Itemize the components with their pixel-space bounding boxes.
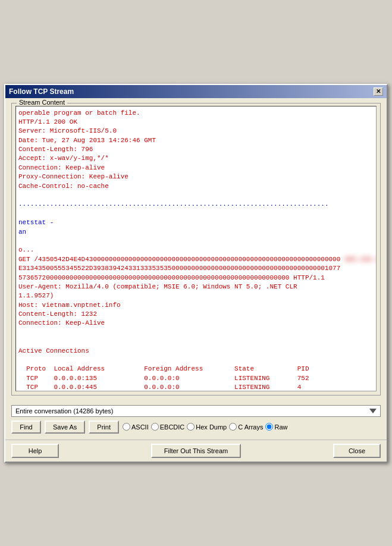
button-row: Find Save As Print ASCIIEBCDICHex DumpC … (11, 421, 381, 434)
radio-label-text-ascii: ASCII (131, 423, 149, 431)
content-area: Stream Content operable program or batch… (5, 98, 387, 403)
radio-label-raw[interactable]: Raw (265, 423, 287, 431)
stream-content-group: Stream Content operable program or batch… (11, 103, 381, 396)
footer-bar: Help Filter Out This Stream Close (5, 440, 387, 462)
close-button[interactable]: Close (333, 444, 381, 458)
stream-content-label: Stream Content (17, 99, 67, 106)
conversation-dropdown[interactable]: Entire conversation (14286 bytes) (11, 405, 381, 417)
radio-label-text-carrays: C Arrays (238, 423, 263, 431)
title-bar: Follow TCP Stream ✕ (5, 85, 387, 98)
help-button[interactable]: Help (11, 444, 59, 458)
save-as-button[interactable]: Save As (45, 421, 85, 434)
dropdown-row: Entire conversation (14286 bytes) (11, 405, 381, 417)
find-button[interactable]: Find (11, 421, 41, 434)
radio-ascii[interactable] (123, 423, 130, 431)
radio-raw[interactable] (265, 423, 273, 431)
stream-text-area[interactable]: operable program or batch file. HTTP/1.1… (15, 106, 377, 391)
radio-label-text-hexdump: Hex Dump (196, 423, 227, 431)
print-button[interactable]: Print (89, 421, 119, 434)
radio-label-text-ebcdic: EBCDIC (160, 423, 185, 431)
radio-label-carrays[interactable]: C Arrays (229, 423, 263, 431)
radio-carrays[interactable] (229, 423, 237, 431)
format-radio-group: ASCIIEBCDICHex DumpC ArraysRaw (123, 423, 287, 431)
main-window: Follow TCP Stream ✕ Stream Content opera… (4, 84, 388, 463)
close-icon[interactable]: ✕ (374, 87, 383, 96)
bottom-controls: Entire conversation (14286 bytes) Find S… (5, 403, 387, 440)
radio-ebcdic[interactable] (151, 423, 159, 431)
radio-label-text-raw: Raw (274, 423, 287, 431)
radio-label-ascii[interactable]: ASCII (123, 423, 149, 431)
window-title: Follow TCP Stream (9, 87, 74, 96)
radio-label-hexdump[interactable]: Hex Dump (187, 423, 227, 431)
radio-hexdump[interactable] (187, 423, 195, 431)
radio-label-ebcdic[interactable]: EBCDIC (151, 423, 185, 431)
filter-out-button[interactable]: Filter Out This Stream (151, 444, 241, 458)
